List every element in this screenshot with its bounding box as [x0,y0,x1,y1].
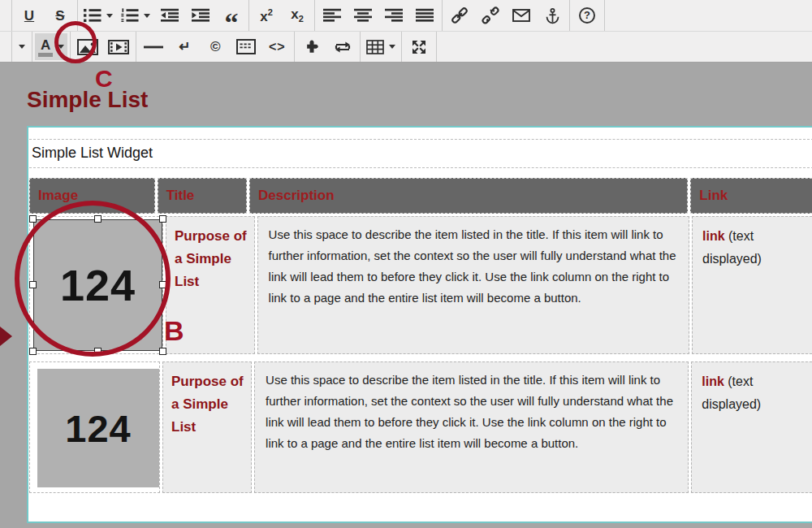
copyright-icon: © [210,40,221,54]
anchor-button[interactable] [538,2,567,29]
bulleted-list-button[interactable] [80,2,116,29]
toolbar-group [360,32,401,62]
image-button[interactable] [73,33,102,60]
table-row: 124Purpose of a Simple ListUse this spac… [29,361,812,493]
title-cell[interactable]: Purpose of a Simple List [162,361,252,493]
toolbar-group [401,32,437,62]
plugin-icon [304,39,320,55]
description-cell[interactable]: Use this space to describe the item list… [257,216,689,354]
bulleted-list-icon [84,8,102,23]
description-cell[interactable]: Use this space to describe the item list… [254,361,689,493]
source-code-button[interactable]: <> [262,33,292,60]
table-header-cell[interactable]: Image [29,178,155,214]
image-placeholder-124[interactable]: 124 [33,219,162,351]
align-right-button[interactable] [379,2,408,29]
toolbar-group [294,32,360,62]
annotation-label-c: C [95,65,113,93]
outdent-icon [161,8,179,23]
indent-button[interactable] [186,2,215,29]
toolbar-group: A [32,32,70,62]
media-button[interactable] [104,33,133,60]
toolbar-group: US [11,0,77,31]
table-icon [366,40,384,54]
placeholder-image[interactable]: 124 [37,369,159,487]
numbered-list-icon [121,8,139,23]
help-button[interactable]: ? [572,2,602,29]
link-label: link [702,374,724,388]
strikethrough-icon: S [55,9,64,23]
resize-handle[interactable] [159,348,166,355]
link-icon [451,6,469,24]
table-row: 124Purpose of a Simple ListUse this spac… [29,216,812,354]
repeat-button[interactable] [328,33,357,60]
link-button[interactable] [445,2,474,29]
line-break-button[interactable]: ↵ [170,33,199,60]
text-color-icon: A [38,37,53,57]
underline-button[interactable]: U [15,2,44,29]
anchor-icon [544,7,561,24]
annotation-label-b: B [164,315,184,347]
table-header-cell[interactable]: Title [158,178,247,214]
superscript-button[interactable]: x2 [252,2,281,29]
toolbar-row-2: A↵©<> [0,31,812,62]
widget-label[interactable]: Simple List Widget [29,139,812,168]
align-left-button[interactable] [317,2,347,29]
selected-image[interactable]: 124 [33,219,162,351]
superscript-icon: x2 [260,8,273,24]
table-header-cell[interactable]: Link [690,178,812,214]
toolbar-row-1: US“x2x2? [0,0,812,31]
toolbar-group: ? [569,0,605,31]
editor-toolbar: US“x2x2? A↵©<> [0,0,812,63]
horizontal-rule-button[interactable] [139,33,168,60]
align-right-icon [385,8,403,23]
resize-handle[interactable] [159,215,166,223]
subscript-icon: x2 [291,7,304,24]
blockquote-button[interactable]: “ [217,2,246,29]
simple-list-table: ImageTitleDescriptionLink 124Purpose of … [29,178,812,493]
toolbar-group [70,32,136,62]
resize-handle[interactable] [94,215,102,223]
caret-down-icon [19,45,25,49]
page-title[interactable]: Simple List [27,87,148,113]
image-icon [77,39,98,55]
strikethrough-button[interactable]: S [45,2,75,29]
resize-handle[interactable] [159,281,166,288]
toolbar-group [442,0,569,31]
email-button[interactable] [507,2,536,29]
table-header-cell[interactable]: Description [249,178,688,214]
unlink-button[interactable] [476,2,505,29]
source-code-icon: <> [269,41,286,54]
subscript-button[interactable]: x2 [283,2,312,29]
link-cell[interactable]: link (text displayed) [692,216,812,354]
align-center-button[interactable] [348,2,378,29]
outdent-button[interactable] [155,2,184,29]
resize-handle[interactable] [29,348,37,355]
underline-icon: U [24,9,34,23]
image-placeholder-124[interactable]: 124 [37,369,159,487]
overflow-caret-button[interactable] [15,33,29,60]
numbered-list-button[interactable] [118,2,153,29]
toolbar-group: x2x2 [248,0,314,31]
media-icon [108,40,129,54]
resize-handle[interactable] [29,215,37,223]
iframe-icon [236,39,256,54]
horizontal-rule-icon [144,45,163,50]
help-icon: ? [579,7,595,24]
caret-down-icon [389,45,395,49]
indent-icon [192,8,209,23]
plugin-button[interactable] [297,33,326,60]
text-color-button[interactable]: A [35,33,67,60]
simple-list-widget[interactable]: Simple List Widget ImageTitleDescription… [27,126,812,523]
justify-button[interactable] [410,2,439,29]
table-button[interactable] [363,33,399,60]
resize-handle[interactable] [29,281,37,288]
maximize-icon [411,39,427,55]
toolbar-group [314,0,442,31]
maximize-button[interactable] [404,33,434,60]
link-cell[interactable]: link (text displayed) [691,361,812,493]
caret-down-icon [106,14,113,18]
image-cell[interactable]: 124 [29,361,160,493]
resize-handle[interactable] [94,348,102,355]
align-left-icon [323,8,341,23]
image-cell[interactable]: 124 [29,216,163,354]
